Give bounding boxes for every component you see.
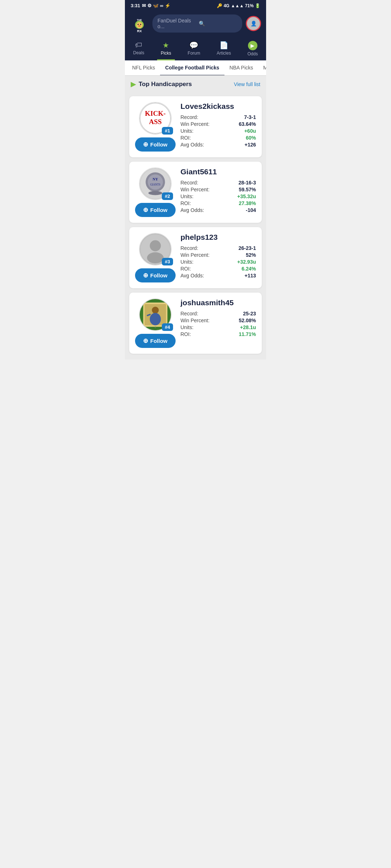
stat-roi-2: ROI: 27.38%: [181, 200, 256, 206]
handicapper-card-2: NY GIANTS #2 ⊕ Follow Giant5611 Record: …: [129, 162, 262, 223]
svg-point-6: [138, 25, 141, 27]
svg-point-19: [150, 240, 161, 251]
sub-nav-nba[interactable]: NBA Picks: [224, 60, 258, 76]
stat-units-1: Units: +60u: [181, 128, 256, 134]
sub-nav-cfb[interactable]: College Football Picks: [160, 60, 224, 76]
user-avatar[interactable]: 👤: [246, 16, 261, 31]
sub-nav: NFL Picks College Football Picks NBA Pic…: [125, 60, 266, 76]
avatar-wrap-1: KICK- ASS #1: [139, 102, 172, 135]
svg-text:ASS: ASS: [149, 118, 161, 125]
nav-tab-articles[interactable]: 📄 Articles: [213, 39, 235, 60]
handicapper-card-4: 0 #4 ⊕ Follow joshuasmith45 Record: 25-2…: [129, 293, 262, 354]
handicapper-name-4: joshuasmith45: [181, 298, 256, 307]
card-left-4: 0 #4 ⊕ Follow: [135, 298, 176, 348]
section-title: ▶ Top Handicappers: [131, 80, 192, 88]
stats-1: Record: 7-3-1 Win Percent: 63.64% Units:…: [181, 114, 256, 148]
stat-record-3: Record: 26-23-1: [181, 245, 256, 251]
handicapper-name-2: Giant5611: [181, 167, 256, 176]
logo-icon: THE RX: [130, 14, 149, 33]
search-icon: 🔍: [199, 21, 237, 26]
follow-button-3[interactable]: ⊕ Follow: [135, 268, 176, 282]
nav-tab-odds[interactable]: ▶ Odds: [244, 39, 261, 60]
card-left-2: NY GIANTS #2 ⊕ Follow: [135, 167, 176, 217]
stat-avgodds-2: Avg Odds: -104: [181, 207, 256, 213]
svg-point-25: [150, 313, 161, 325]
stats-2: Record: 28-16-3 Win Percent: 59.57% Unit…: [181, 180, 256, 213]
rank-badge-3: #3: [162, 258, 173, 265]
avatar-wrap-2: NY GIANTS #2: [139, 167, 172, 200]
card-right-1: Loves2kickass Record: 7-3-1 Win Percent:…: [181, 102, 256, 152]
handicapper-name-3: phelps123: [181, 233, 256, 242]
avatar-wrap-4: 0 #4: [139, 298, 172, 331]
card-right-3: phelps123 Record: 26-23-1 Win Percent: 5…: [181, 233, 256, 282]
stat-roi-1: ROI: 60%: [181, 135, 256, 141]
status-right-icons: 🔑 4G ▲▲▲ 71% 🔋: [217, 3, 260, 8]
nav-tab-picks[interactable]: ★ Picks: [157, 39, 175, 60]
stat-record-4: Record: 25-23: [181, 311, 256, 316]
svg-text:RX: RX: [137, 29, 142, 33]
card-right-2: Giant5611 Record: 28-16-3 Win Percent: 5…: [181, 167, 256, 217]
follow-button-1[interactable]: ⊕ Follow: [135, 137, 176, 152]
stat-avgodds-1: Avg Odds: +126: [181, 142, 256, 148]
deals-icon: 🏷: [135, 41, 142, 49]
stats-3: Record: 26-23-1 Win Percent: 52% Units: …: [181, 245, 256, 278]
handicapper-card-1: KICK- ASS #1 ⊕ Follow Loves2kickass Reco…: [129, 96, 262, 157]
svg-point-14: [148, 174, 163, 190]
view-full-list-link[interactable]: View full list: [234, 81, 260, 87]
svg-text:GIANTS: GIANTS: [150, 183, 160, 186]
sub-nav-mlb[interactable]: MLB Picks: [258, 60, 266, 76]
svg-point-4: [138, 24, 139, 25]
card-left-1: KICK- ASS #1 ⊕ Follow: [135, 102, 176, 152]
svg-text:KICK-: KICK-: [145, 110, 165, 117]
svg-point-3: [136, 22, 142, 28]
search-bar[interactable]: FanDuel Deals o... 🔍: [152, 14, 242, 33]
odds-icon: ▶: [248, 41, 257, 50]
nav-tab-deals[interactable]: 🏷 Deals: [130, 39, 148, 60]
stat-units-3: Units: +32.93u: [181, 259, 256, 265]
forum-icon: 💬: [189, 41, 198, 50]
follow-button-2[interactable]: ⊕ Follow: [135, 203, 176, 217]
search-placeholder: FanDuel Deals o...: [157, 18, 196, 29]
svg-text:0: 0: [155, 326, 156, 328]
play-icon: ▶: [131, 80, 136, 88]
stats-4: Record: 25-23 Win Percent: 52.08% Units:…: [181, 311, 256, 337]
stat-units-2: Units: +35.32u: [181, 193, 256, 199]
card-right-4: joshuasmith45 Record: 25-23 Win Percent:…: [181, 298, 256, 348]
svg-text:NY: NY: [152, 177, 158, 181]
rank-badge-4: #4: [162, 323, 173, 331]
sub-nav-nfl[interactable]: NFL Picks: [127, 60, 160, 76]
svg-point-24: [152, 307, 159, 314]
articles-icon: 📄: [219, 41, 228, 50]
picks-icon: ★: [163, 41, 169, 50]
handicappers-list: KICK- ASS #1 ⊕ Follow Loves2kickass Reco…: [125, 93, 266, 357]
svg-point-5: [140, 24, 141, 25]
svg-point-20: [147, 252, 164, 264]
avatar-wrap-3: #3: [139, 233, 172, 265]
stat-units-4: Units: +28.1u: [181, 324, 256, 330]
stat-winpct-1: Win Percent: 63.64%: [181, 121, 256, 127]
stat-avgodds-3: Avg Odds: +113: [181, 273, 256, 278]
scroll-hint: [125, 357, 266, 359]
rank-badge-2: #2: [162, 192, 173, 200]
section-header: ▶ Top Handicappers View full list: [125, 76, 266, 93]
stat-record-2: Record: 28-16-3: [181, 180, 256, 186]
status-time: 3:31 ✉ ⚙ 🦋 ∞ ⚡: [131, 3, 171, 8]
stat-record-1: Record: 7-3-1: [181, 114, 256, 120]
follow-button-4[interactable]: ⊕ Follow: [135, 334, 176, 348]
stat-winpct-4: Win Percent: 52.08%: [181, 318, 256, 323]
card-left-3: #3 ⊕ Follow: [135, 233, 176, 282]
status-bar: 3:31 ✉ ⚙ 🦋 ∞ ⚡ 🔑 4G ▲▲▲ 71% 🔋: [125, 0, 266, 10]
nav-tab-forum[interactable]: 💬 Forum: [184, 39, 204, 60]
handicapper-card-3: #3 ⊕ Follow phelps123 Record: 26-23-1 Wi…: [129, 227, 262, 288]
main-nav: 🏷 Deals ★ Picks 💬 Forum 📄 Articles ▶ Odd…: [125, 37, 266, 60]
stat-roi-3: ROI: 6.24%: [181, 266, 256, 272]
stat-winpct-2: Win Percent: 59.57%: [181, 187, 256, 192]
rank-badge-1: #1: [162, 127, 173, 135]
svg-point-17: [148, 191, 162, 195]
stat-roi-4: ROI: 11.71%: [181, 331, 256, 337]
app-header: THE RX FanDuel Deals o... 🔍 👤: [125, 10, 266, 37]
logo: THE RX: [130, 14, 149, 33]
stat-winpct-3: Win Percent: 52%: [181, 252, 256, 258]
handicapper-name-1: Loves2kickass: [181, 102, 256, 111]
